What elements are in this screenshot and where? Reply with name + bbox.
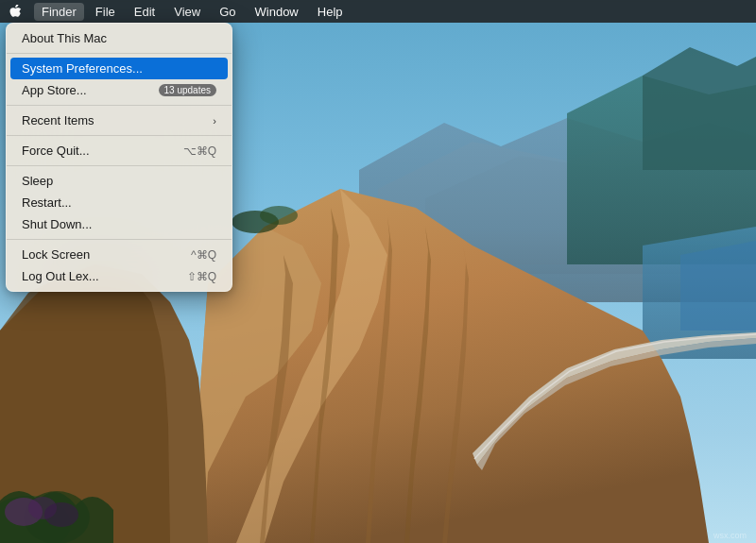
menubar-help[interactable]: Help	[310, 3, 351, 21]
menu-separator-1	[7, 53, 232, 54]
menu-item-restart[interactable]: Restart...	[7, 192, 232, 213]
menubar-go[interactable]: Go	[212, 3, 243, 21]
menubar-file[interactable]: File	[88, 3, 123, 21]
menu-item-about[interactable]: About This Mac	[7, 27, 232, 49]
menubar: Finder File Edit View Go Window Help	[0, 0, 756, 23]
apple-menu-dropdown: About This Mac System Preferences... App…	[6, 23, 232, 292]
menu-item-shut-down[interactable]: Shut Down...	[7, 213, 232, 235]
app-store-badge: 13 updates	[159, 84, 217, 96]
menu-separator-4	[7, 165, 232, 166]
lock-screen-shortcut: ^⌘Q	[191, 248, 216, 262]
menu-item-recent-items[interactable]: Recent Items ›	[7, 110, 232, 131]
submenu-arrow-icon: ›	[213, 115, 216, 127]
menu-item-system-prefs[interactable]: System Preferences...	[10, 58, 228, 79]
log-out-shortcut: ⇧⌘Q	[187, 270, 216, 283]
menu-separator-3	[7, 135, 232, 136]
menubar-edit[interactable]: Edit	[127, 3, 163, 21]
svg-point-7	[260, 206, 298, 225]
svg-point-5	[44, 502, 78, 527]
menu-item-force-quit[interactable]: Force Quit... ⌥⌘Q	[7, 140, 232, 161]
apple-menu-button[interactable]	[8, 4, 23, 19]
menubar-finder[interactable]: Finder	[34, 3, 84, 21]
menu-item-log-out[interactable]: Log Out Lex... ⇧⌘Q	[7, 265, 232, 287]
force-quit-shortcut: ⌥⌘Q	[183, 144, 216, 158]
menu-item-sleep[interactable]: Sleep	[7, 170, 232, 192]
menu-item-lock-screen[interactable]: Lock Screen ^⌘Q	[7, 244, 232, 265]
menu-separator-5	[7, 239, 232, 240]
menubar-items: Finder File Edit View Go Window Help	[34, 3, 351, 21]
menu-item-app-store[interactable]: App Store... 13 updates	[7, 79, 232, 101]
menu-separator-2	[7, 105, 232, 106]
menubar-view[interactable]: View	[166, 3, 208, 21]
menubar-window[interactable]: Window	[248, 3, 306, 21]
svg-text:wsx.com: wsx.com	[713, 531, 747, 540]
